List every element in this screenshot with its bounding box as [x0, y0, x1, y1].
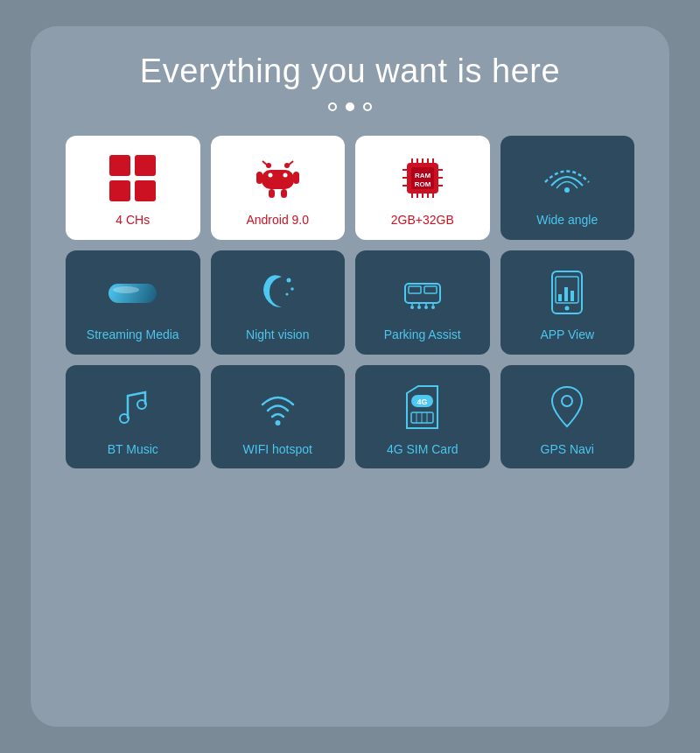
- svg-point-35: [290, 287, 294, 291]
- svg-rect-51: [564, 287, 568, 301]
- svg-rect-7: [269, 189, 275, 198]
- gps-label: GPS Navi: [541, 442, 594, 457]
- svg-point-9: [268, 172, 272, 177]
- svg-point-31: [564, 187, 570, 193]
- gps-icon: [536, 381, 598, 433]
- parking-label: Parking Assist: [384, 327, 461, 342]
- svg-text:RAM: RAM: [415, 172, 431, 179]
- svg-rect-39: [424, 286, 437, 293]
- btmusic-label: BT Music: [108, 442, 158, 457]
- cell-streaming[interactable]: Streaming Media: [66, 250, 200, 355]
- svg-point-42: [424, 306, 428, 309]
- wideangle-icon: [536, 151, 598, 204]
- dot-2[interactable]: [346, 102, 354, 111]
- svg-point-43: [431, 306, 435, 309]
- streaming-icon: [102, 266, 164, 319]
- cell-parking[interactable]: Parking Assist: [355, 250, 490, 355]
- parking-icon: [392, 266, 453, 319]
- sim-label: 4G SIM Card: [387, 442, 458, 457]
- svg-point-63: [562, 396, 572, 406]
- appview-icon: [536, 266, 598, 319]
- svg-point-36: [285, 293, 288, 296]
- cell-gps[interactable]: GPS Navi: [500, 365, 635, 469]
- nightvision-label: Night vision: [246, 327, 309, 342]
- android-label: Android 9.0: [246, 213, 309, 228]
- wideangle-label: Wide angle: [536, 213, 598, 228]
- streaming-label: Streaming Media: [87, 327, 179, 342]
- svg-point-34: [286, 278, 290, 283]
- svg-rect-50: [558, 294, 562, 301]
- cell-4chs[interactable]: 4 CHs: [66, 136, 200, 240]
- svg-text:4G: 4G: [417, 398, 428, 406]
- cell-wideangle[interactable]: Wide angle: [500, 136, 635, 240]
- cell-nightvision[interactable]: Night vision: [211, 250, 346, 355]
- wifi-icon: [247, 381, 308, 433]
- svg-rect-4: [262, 170, 294, 189]
- ramrom-label: 2GB+32GB: [391, 213, 454, 228]
- main-card: Everything you want is here 4 CHs: [31, 26, 669, 727]
- wifi-label: WIFI hotspot: [243, 442, 312, 457]
- svg-point-56: [275, 420, 280, 426]
- dot-3[interactable]: [363, 102, 372, 111]
- dot-1[interactable]: [328, 102, 337, 111]
- cell-4gsim[interactable]: 4G 4G SIM Card: [355, 365, 490, 469]
- carousel-dots: [328, 102, 372, 111]
- svg-text:ROM: ROM: [414, 180, 430, 188]
- svg-point-40: [410, 306, 414, 309]
- cell-android[interactable]: Android 9.0: [211, 136, 346, 240]
- cell-btmusic[interactable]: BT Music: [66, 365, 200, 469]
- svg-rect-32: [108, 284, 157, 303]
- cell-ramrom[interactable]: RAM ROM: [355, 136, 490, 240]
- cell-wifi[interactable]: WIFI hotspot: [211, 365, 346, 469]
- page-title: Everything you want is here: [140, 53, 560, 90]
- cell-appview[interactable]: APP View: [500, 250, 635, 355]
- svg-point-53: [565, 306, 570, 311]
- android-icon: [247, 151, 308, 204]
- svg-rect-6: [293, 172, 299, 184]
- nightvision-icon: [247, 266, 308, 319]
- svg-rect-5: [256, 172, 262, 184]
- 4chs-icon: [102, 151, 164, 204]
- ramrom-icon: RAM ROM: [392, 151, 453, 204]
- 4chs-label: 4 CHs: [116, 213, 150, 228]
- svg-rect-38: [409, 286, 421, 293]
- btmusic-icon: [102, 381, 164, 433]
- svg-point-41: [417, 306, 421, 309]
- appview-label: APP View: [540, 327, 594, 342]
- svg-rect-8: [281, 189, 287, 198]
- svg-point-33: [113, 286, 139, 293]
- svg-point-10: [283, 172, 287, 177]
- sim-icon: 4G: [392, 381, 453, 433]
- features-grid: 4 CHs Android 9.0: [66, 136, 634, 468]
- svg-rect-52: [570, 291, 574, 301]
